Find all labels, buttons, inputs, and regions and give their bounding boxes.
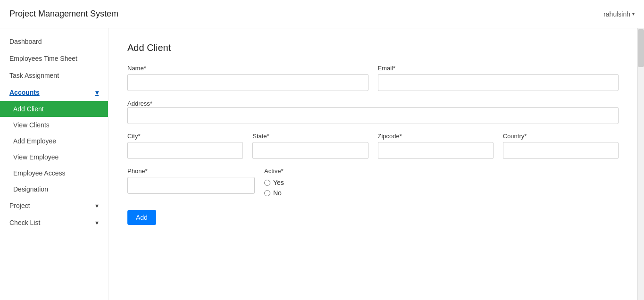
sidebar-item-designation[interactable]: Designation [0,181,108,197]
phone-active-row: Phone* Active* Yes No [127,167,619,197]
sidebar-item-project[interactable]: Project ▾ [0,197,108,214]
accounts-caret-icon: ▾ [95,89,99,96]
name-input[interactable] [127,74,368,91]
address-label: Address* [127,100,152,107]
zipcode-group: Zipcode* [378,133,493,159]
main-content: Add Client Name* Email* Address* City* [109,28,637,300]
address-row: Address* [127,100,619,124]
page-title: Add Client [127,42,619,53]
email-label: Email* [378,65,619,72]
scrollbar-track [637,28,644,300]
yes-radio-label[interactable]: Yes [264,179,619,186]
sidebar-item-task-assignment[interactable]: Task Assignment [0,67,108,84]
country-input[interactable] [503,142,619,159]
app-title: Project Management System [9,9,118,19]
sidebar-item-employee-access[interactable]: Employee Access [0,165,108,181]
yes-radio[interactable] [264,180,270,186]
user-caret: ▾ [632,11,635,17]
sidebar-item-view-clients[interactable]: View Clients [0,117,108,133]
phone-group: Phone* [127,167,255,197]
project-caret-icon: ▾ [95,202,99,209]
sidebar-item-check-list[interactable]: Check List ▾ [0,214,108,231]
header: Project Management System rahulsinh ▾ [0,0,644,28]
country-label: Country* [503,133,619,140]
scrollbar-thumb[interactable] [638,29,644,67]
no-radio-label[interactable]: No [264,189,619,197]
yes-label: Yes [273,179,284,186]
state-group: State* [252,133,368,159]
check-list-caret-icon: ▾ [95,219,99,226]
layout: Dashboard Employees Time Sheet Task Assi… [0,28,644,300]
active-label: Active* [264,167,619,175]
address-input[interactable] [127,107,619,124]
sidebar-item-add-employee[interactable]: Add Employee [0,133,108,149]
name-email-row: Name* Email* [127,65,619,91]
zipcode-input[interactable] [378,142,493,159]
no-radio[interactable] [264,190,270,196]
user-menu[interactable]: rahulsinh ▾ [603,10,635,18]
city-label: City* [127,133,243,140]
sidebar-item-add-client[interactable]: Add Client [0,101,108,117]
zipcode-label: Zipcode* [378,133,493,140]
username: rahulsinh [603,10,630,18]
sidebar-item-accounts[interactable]: Accounts ▾ [0,84,108,101]
email-input[interactable] [378,74,619,91]
active-group: Active* Yes No [264,167,619,197]
sidebar-item-dashboard[interactable]: Dashboard [0,33,108,50]
state-input[interactable] [252,142,368,159]
city-group: City* [127,133,243,159]
sidebar-item-employees-time-sheet[interactable]: Employees Time Sheet [0,50,108,67]
active-radio-group: Yes No [264,177,619,197]
state-label: State* [252,133,368,140]
city-state-zip-country-row: City* State* Zipcode* Country* [127,133,619,159]
phone-input[interactable] [127,177,255,194]
name-group: Name* [127,65,368,91]
email-group: Email* [378,65,619,91]
city-input[interactable] [127,142,243,159]
sidebar-item-view-employee[interactable]: View Employee [0,149,108,165]
name-label: Name* [127,65,368,72]
phone-label: Phone* [127,167,255,175]
sidebar: Dashboard Employees Time Sheet Task Assi… [0,28,109,300]
country-group: Country* [503,133,619,159]
add-button[interactable]: Add [127,210,156,225]
no-label: No [273,189,282,197]
